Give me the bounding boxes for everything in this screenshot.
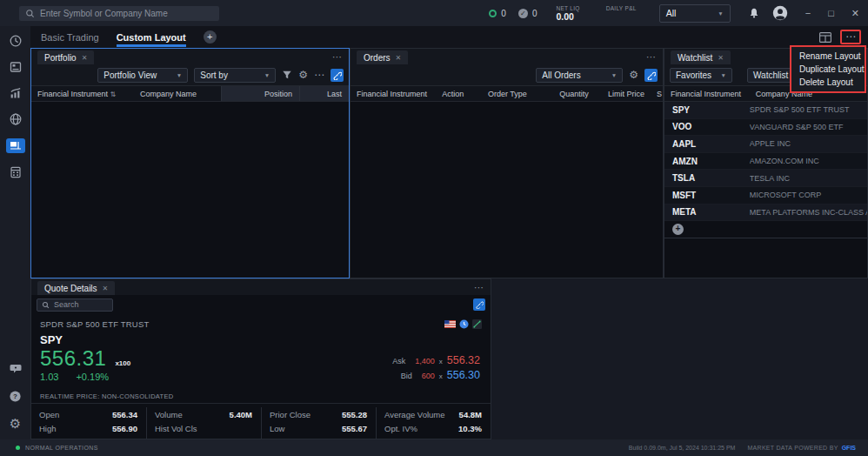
bid-price: 556.30 xyxy=(447,369,480,381)
more-options-icon[interactable]: ⋯ xyxy=(314,69,324,81)
stat-52wk-low: 52 Wk Lw406.28 xyxy=(261,436,376,439)
data-provider[interactable]: GFIS xyxy=(842,445,856,451)
watchlist-row[interactable]: AAPLAPPLE INC xyxy=(664,136,867,153)
orders-panel: Orders ✕ ⋯ All Orders ▼ ⚙ Financial Inst… xyxy=(350,48,664,278)
tab-basic-trading[interactable]: Basic Trading xyxy=(41,26,99,48)
watchlist-tab[interactable]: Watchlist ✕ xyxy=(671,50,731,64)
alerts-ring-icon xyxy=(489,10,497,17)
account-filter-dropdown[interactable]: All ▼ xyxy=(659,4,731,23)
close-icon[interactable]: ✕ xyxy=(396,54,402,62)
news-card-icon[interactable] xyxy=(7,60,24,74)
col-financial-instrument[interactable]: Financial Instrument xyxy=(351,90,436,98)
layout-icon[interactable] xyxy=(6,138,25,153)
watchlist-body: SPYSPDR S&P 500 ETF TRUST VOOVANGUARD S&… xyxy=(664,102,867,278)
quote-search-row: Search xyxy=(31,295,491,314)
menu-item-duplicate-layout[interactable]: Duplicate Layout xyxy=(791,63,865,76)
col-company-name[interactable]: Company Name xyxy=(134,90,221,98)
orders-panel-menu-button[interactable]: ⋯ xyxy=(639,49,663,64)
net-liq-label: NET LIQ xyxy=(556,5,579,11)
price-change-pct: +0.19% xyxy=(76,372,109,382)
chat-icon[interactable] xyxy=(7,361,24,375)
alerts-status[interactable]: 0 xyxy=(489,9,506,18)
col-financial-instrument[interactable]: Financial Instrument xyxy=(664,90,750,98)
status-dot-icon xyxy=(16,446,20,450)
orders-count: 0 xyxy=(532,9,537,18)
col-action[interactable]: Action xyxy=(436,90,482,98)
orders-tab[interactable]: Orders ✕ xyxy=(357,50,408,64)
layout-options-ellipsis-button[interactable]: ⋯ xyxy=(840,30,861,44)
clock-history-icon[interactable] xyxy=(7,34,24,48)
menu-item-rename-layout[interactable]: Rename Layout xyxy=(791,50,865,63)
layout-panels-icon[interactable] xyxy=(819,32,831,43)
link-group-button[interactable] xyxy=(644,69,658,82)
quote-stats-grid: Open556.34 Volume5.40M Prior Close555.28… xyxy=(31,403,491,439)
portfolio-tab[interactable]: Portfolio ✕ xyxy=(37,50,94,64)
account-menu-button[interactable] xyxy=(772,5,788,21)
calculator-icon[interactable] xyxy=(7,165,24,179)
close-icon[interactable]: ✕ xyxy=(82,54,88,62)
globe-icon[interactable] xyxy=(7,112,24,126)
orders-filter-dropdown[interactable]: All Orders ▼ xyxy=(536,68,623,83)
gear-icon[interactable]: ⚙ xyxy=(298,69,308,81)
watchlist-row[interactable]: VOOVANGUARD S&P 500 ETF xyxy=(664,119,867,137)
stat-52wk-high: 52 Wk Hgh556.25 xyxy=(31,436,146,439)
portfolio-tabstrip: Portfolio ✕ ⋯ xyxy=(31,49,349,64)
orders-status[interactable]: ✓ 0 xyxy=(518,9,537,18)
stat-low: Low555.67 xyxy=(261,422,376,437)
gear-icon[interactable]: ⚙ xyxy=(629,69,638,81)
watchlist-row[interactable]: METAMETA PLATFORMS INC-CLASS A xyxy=(664,205,867,222)
filter-funnel-icon[interactable] xyxy=(282,70,292,80)
stat-high: High556.90 xyxy=(31,422,146,437)
watchlist-row[interactable]: SPYSPDR S&P 500 ETF TRUST xyxy=(664,102,867,119)
stat-hist-vol-cls: Hist Vol Cls xyxy=(146,422,261,437)
notifications-button[interactable] xyxy=(748,7,760,19)
quote-body: SPDR S&P 500 ETF TRUST SPY xyxy=(31,314,491,439)
chart-icon[interactable] xyxy=(7,86,24,100)
add-symbol-button[interactable]: + xyxy=(672,224,684,235)
chevron-down-icon: ▼ xyxy=(718,10,723,17)
link-group-button[interactable] xyxy=(331,69,344,82)
close-icon[interactable]: ✕ xyxy=(103,285,109,292)
sort-by-dropdown[interactable]: Sort by ▼ xyxy=(194,68,276,83)
col-quantity[interactable]: Quantity xyxy=(544,90,595,98)
watchlist-row[interactable]: TSLATESLA INC xyxy=(664,170,867,187)
menu-item-delete-layout[interactable]: Delete Layout xyxy=(791,76,865,89)
quote-details-tab[interactable]: Quote Details ✕ xyxy=(37,281,115,295)
title-bar: Enter Symbol or Company Name 0 ✓ 0 NET L… xyxy=(0,0,868,26)
chevron-down-icon: ▼ xyxy=(611,72,617,78)
bell-icon xyxy=(748,7,760,19)
search-icon xyxy=(42,301,50,309)
maximize-button[interactable]: □ xyxy=(828,8,834,18)
minimize-button[interactable]: − xyxy=(805,8,811,18)
realtime-note: REALTIME PRICE: NON-CONSOLIDATED xyxy=(40,392,482,400)
quote-panel-menu-button[interactable]: ⋯ xyxy=(467,279,491,295)
close-button[interactable]: ✕ xyxy=(851,8,859,19)
tab-custom-layout[interactable]: Custom Layout xyxy=(117,26,186,48)
col-s-clipped[interactable]: S xyxy=(651,90,663,98)
ask-label: Ask xyxy=(392,357,405,365)
col-position[interactable]: Position xyxy=(221,86,299,101)
symbol-search-input[interactable]: Enter Symbol or Company Name xyxy=(19,6,219,21)
portfolio-panel-menu-button[interactable]: ⋯ xyxy=(325,49,349,64)
market-data-powered-by: MARKET DATA POWERED BY xyxy=(747,445,838,451)
col-limit-price[interactable]: Limit Price xyxy=(595,90,651,98)
multiplier: x100 xyxy=(115,359,130,367)
col-last[interactable]: Last xyxy=(299,86,349,101)
watchlist-row[interactable]: AMZNAMAZON.COM INC xyxy=(664,153,867,171)
favorites-dropdown[interactable]: Favorites ▼ xyxy=(670,68,732,83)
link-group-button[interactable] xyxy=(473,298,485,311)
workspace: Portfolio ✕ ⋯ Portfolio View ▼ Sort by ▼… xyxy=(30,48,868,439)
add-layout-button[interactable]: + xyxy=(204,30,217,44)
account-filter-value: All xyxy=(666,8,677,18)
portfolio-panel: Portfolio ✕ ⋯ Portfolio View ▼ Sort by ▼… xyxy=(30,48,350,278)
close-icon[interactable]: ✕ xyxy=(718,54,724,62)
portfolio-view-dropdown[interactable]: Portfolio View ▼ xyxy=(97,68,188,83)
col-order-type[interactable]: Order Type xyxy=(482,90,544,98)
settings-gear-icon[interactable]: ⚙ xyxy=(7,417,24,431)
quote-search-input[interactable]: Search xyxy=(37,298,113,312)
portfolio-toolbar: Portfolio View ▼ Sort by ▼ ⚙ ⋯ xyxy=(31,64,349,86)
watchlist-row[interactable]: MSFTMICROSOFT CORP xyxy=(664,187,867,205)
help-icon[interactable]: ? xyxy=(7,389,24,403)
portfolio-body xyxy=(31,102,349,278)
col-financial-instrument[interactable]: Financial Instrument ⇅ xyxy=(31,90,134,98)
